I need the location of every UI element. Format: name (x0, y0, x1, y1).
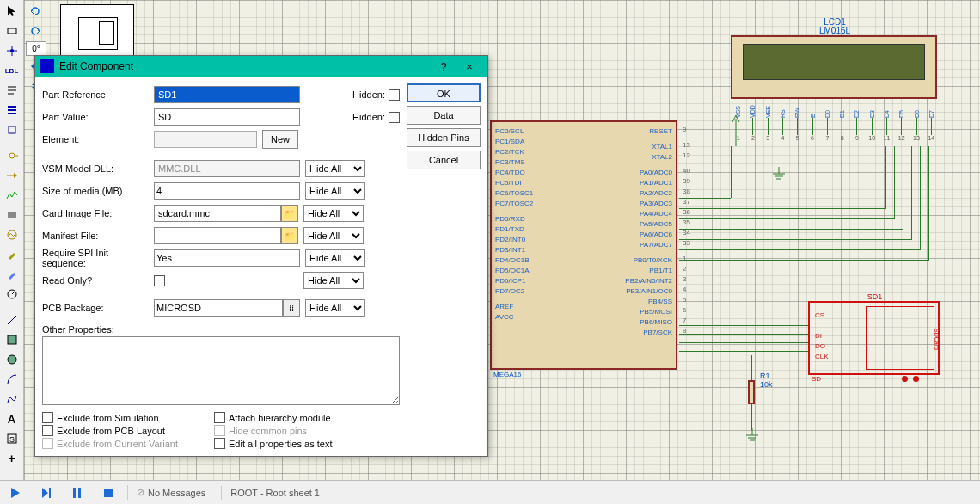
data-button[interactable]: Data (407, 106, 481, 125)
attach-hierarchy-checkbox[interactable] (214, 412, 225, 423)
marker-tool[interactable]: + (3, 449, 21, 468)
size-select[interactable]: 4 (154, 182, 300, 200)
wire (679, 334, 808, 335)
part-value-hidden-checkbox[interactable] (389, 112, 400, 123)
vsm-visibility-select[interactable]: Hide All (305, 160, 365, 177)
sd-card-label: SDCard (934, 329, 940, 350)
rotation-angle[interactable]: 0° (26, 41, 46, 56)
selection-tool[interactable] (3, 2, 21, 21)
lcd-pin: RW5 (792, 99, 804, 141)
current-probe-tool[interactable] (3, 265, 21, 284)
part-value-input[interactable] (154, 108, 300, 126)
exclude-pcb-checkbox[interactable] (42, 425, 53, 436)
manifest-input[interactable] (154, 227, 281, 244)
lcd-pin: E6 (806, 99, 818, 141)
lcd-component[interactable]: LCD1 LM016L VSS1VDD2VEE3RS4RW5E6D07D18D2… (731, 17, 939, 108)
subcircuit-tool[interactable] (3, 120, 21, 139)
exclude-sim-checkbox[interactable] (42, 412, 53, 423)
new-element-button[interactable]: New (262, 130, 298, 149)
rotate-icon[interactable] (26, 22, 45, 40)
mcu-pin-label: AREF (495, 303, 513, 310)
symbol-tool[interactable]: S (3, 429, 21, 448)
close-button[interactable]: × (456, 58, 482, 75)
wire (920, 146, 921, 250)
readonly-visibility-select[interactable]: Hide All (303, 272, 364, 289)
cancel-button[interactable]: Cancel (407, 151, 481, 169)
pcb-browse-button[interactable]: ⁞⁞ (283, 299, 300, 317)
mcu-component[interactable]: MEGA16 RESET9XTAL113XTAL212PA0/ADC040PA1… (490, 120, 677, 370)
device-pin-tool[interactable] (3, 166, 21, 185)
wire (679, 351, 808, 352)
readonly-label: Read Only? (42, 275, 154, 286)
mcu-pin-label: AVCC (495, 313, 514, 321)
tape-recorder-tool[interactable] (3, 206, 21, 224)
part-reference-label: Part Reference: (42, 89, 154, 100)
readonly-checkbox[interactable] (154, 275, 165, 286)
pause-button[interactable] (65, 483, 89, 502)
play-button[interactable] (3, 483, 28, 502)
arc-2d-tool[interactable] (3, 370, 21, 389)
mcu-pin-number: 39 (683, 177, 690, 185)
edit-component-dialog: Edit Component ? × Part Reference: Hidde… (34, 55, 488, 457)
path-2d-tool[interactable] (3, 390, 21, 409)
lcd-pin: D714 (925, 99, 937, 141)
edit-all-checkbox[interactable] (214, 438, 225, 449)
sdcard-component[interactable]: SD1 SDCard CS DI DO CLK SD (808, 292, 941, 378)
mcu-pin-label: PC4/TDO (495, 169, 525, 176)
box-2d-tool[interactable] (3, 330, 21, 349)
exclude-variant-label: Exclude from Current Variant (57, 439, 178, 449)
label-tool[interactable]: LBL (3, 61, 21, 80)
browse-manifest-button[interactable]: 📁 (281, 227, 298, 244)
part-reference-input[interactable] (154, 86, 300, 103)
sheet-status[interactable]: ROOT - Root sheet 1 (221, 486, 328, 500)
other-properties-textarea[interactable] (42, 336, 400, 405)
text-2d-tool[interactable]: A (3, 409, 21, 428)
graph-tool[interactable] (3, 186, 21, 205)
pcb-visibility-select[interactable]: Hide All (305, 299, 365, 317)
size-visibility-select[interactable]: Hide All (305, 182, 365, 200)
sd-pin-di: DI (815, 332, 822, 340)
mcu-pin-label: PA4/ADC4 (640, 210, 672, 218)
redo-icon[interactable] (26, 2, 45, 21)
wire (679, 239, 911, 240)
ok-button[interactable]: OK (407, 83, 481, 102)
resistor-component[interactable]: R1 10k (748, 372, 773, 413)
hide-common-label: Hide common pins (229, 426, 307, 436)
dialog-icon (40, 59, 54, 73)
help-button[interactable]: ? (431, 58, 456, 75)
step-button[interactable] (34, 483, 58, 502)
voltage-probe-tool[interactable] (3, 245, 21, 264)
svg-rect-33 (73, 488, 76, 498)
instruments-tool[interactable] (3, 285, 21, 304)
hidden-pins-button[interactable]: Hidden Pins (407, 128, 481, 147)
bus-tool[interactable] (3, 101, 21, 120)
part-reference-hidden-checkbox[interactable] (389, 89, 400, 101)
lcd-pins-row: VSS1VDD2VEE3RS4RW5E6D07D18D29D310D411D51… (731, 99, 939, 141)
wire (679, 208, 885, 209)
spi-select[interactable]: Yes (154, 249, 300, 267)
mcu-pin-label: PB1/T1 (649, 267, 672, 274)
circle-2d-tool[interactable] (3, 350, 21, 369)
spi-visibility-select[interactable]: Hide All (305, 249, 365, 267)
pcb-select[interactable]: MICROSD (154, 299, 283, 317)
element-label: Element: (42, 134, 154, 144)
component-tool[interactable] (3, 22, 21, 40)
lcd-pin: D29 (851, 99, 863, 141)
stop-button[interactable] (96, 483, 120, 502)
generator-tool[interactable] (3, 225, 21, 244)
card-image-visibility-select[interactable]: Hide All (303, 205, 364, 222)
messages-status[interactable]: ⊘ No Messages (127, 485, 214, 500)
attach-hierarchy-label: Attach hierarchy module (229, 413, 331, 423)
mcu-pin-number: 40 (683, 167, 690, 175)
text-script-tool[interactable] (3, 81, 21, 100)
lcd-pin: D613 (910, 99, 922, 141)
dialog-titlebar[interactable]: Edit Component ? × (35, 56, 487, 77)
wire (894, 146, 895, 219)
browse-card-image-button[interactable]: 📁 (281, 205, 298, 222)
junction-tool[interactable] (3, 41, 21, 60)
no-messages-label: No Messages (148, 488, 205, 498)
terminal-tool[interactable] (3, 146, 21, 165)
card-image-input[interactable] (154, 205, 281, 222)
line-2d-tool[interactable] (3, 310, 21, 329)
manifest-visibility-select[interactable]: Hide All (303, 227, 364, 244)
